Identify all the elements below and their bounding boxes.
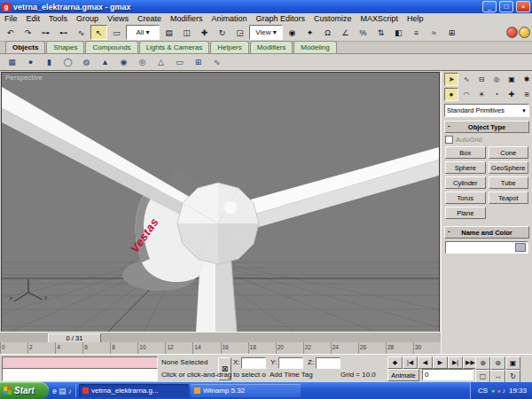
pan-button[interactable]: ↔: [490, 370, 505, 383]
create-tab-icon[interactable]: ➤: [444, 73, 458, 86]
primitives-dropdown[interactable]: Standard Primitives ▼: [444, 104, 529, 117]
geometry-category-icon[interactable]: ●: [444, 88, 458, 101]
select-and-rotate-icon[interactable]: ↻: [214, 25, 231, 40]
object-type-button[interactable]: Box: [445, 146, 486, 159]
selection-filter-dropdown[interactable]: All ▾: [126, 25, 160, 40]
menu-item[interactable]: Help: [403, 13, 428, 24]
start-button[interactable]: Start: [0, 382, 49, 399]
align-icon[interactable]: ≡: [408, 25, 425, 40]
menu-item[interactable]: Edit: [22, 13, 45, 24]
menu-item[interactable]: Animation: [207, 13, 251, 24]
hierarchy-tab-icon[interactable]: ⊟: [474, 73, 489, 86]
tab-helpers[interactable]: Helpers: [210, 41, 249, 53]
task-winamp[interactable]: Winamp 5.32: [191, 384, 301, 397]
select-and-link-icon[interactable]: ⊶: [37, 25, 54, 40]
schematic-view-icon[interactable]: ⊞: [443, 25, 460, 40]
menu-item[interactable]: Group: [72, 13, 103, 24]
box-tool-icon[interactable]: ▦: [4, 55, 20, 70]
tab-shapes[interactable]: Shapes: [46, 41, 84, 53]
add-time-tag[interactable]: Add Time Tag: [270, 371, 313, 379]
tab-objects[interactable]: Objects: [5, 41, 45, 53]
curve-editor-icon[interactable]: ≈: [426, 25, 442, 40]
spline-tool-icon[interactable]: ∿: [208, 55, 225, 70]
select-object-icon[interactable]: ↖: [90, 25, 107, 40]
modify-tab-icon[interactable]: ∿: [459, 73, 473, 86]
select-and-manipulate-icon[interactable]: ✦: [301, 25, 318, 40]
perspective-viewport[interactable]: Perspective: [2, 73, 439, 332]
chevron-down-icon[interactable]: ▼: [521, 108, 527, 113]
track-bar[interactable]: 024681012141618202224262830: [0, 342, 441, 355]
tab-modifiers[interactable]: Modifiers: [250, 41, 293, 53]
internet-explorer-icon[interactable]: e: [52, 387, 57, 395]
object-type-button[interactable]: Torus: [445, 192, 486, 204]
cone-tool-icon[interactable]: ▲: [97, 55, 113, 70]
render-sphere-yellow-icon[interactable]: [519, 27, 530, 38]
tab-modeling[interactable]: Modeling: [293, 41, 336, 53]
media-player-icon[interactable]: ♪: [68, 387, 73, 395]
object-type-button[interactable]: Sphere: [445, 161, 486, 174]
next-frame-button[interactable]: ▶|: [448, 356, 463, 369]
object-type-button[interactable]: Tube: [489, 176, 529, 189]
helpers-category-icon[interactable]: ✚: [505, 88, 519, 101]
play-animation-button[interactable]: ▶: [433, 356, 448, 369]
menu-item[interactable]: Customize: [309, 13, 356, 24]
torus-tool-icon[interactable]: ◯: [59, 55, 76, 70]
rollout-collapse-icon[interactable]: -: [448, 227, 450, 235]
cameras-category-icon[interactable]: ◔: [489, 88, 504, 101]
arc-rotate-button[interactable]: ↻: [505, 370, 520, 383]
task-gmax[interactable]: vetrna_elektrarna.g...: [79, 384, 189, 397]
mirror-icon[interactable]: ◧: [390, 25, 407, 40]
percent-snap-icon[interactable]: %: [355, 25, 372, 40]
select-and-move-icon[interactable]: ✚: [196, 25, 213, 40]
menu-item[interactable]: Views: [103, 13, 133, 24]
object-color-swatch[interactable]: [515, 243, 526, 252]
quad-patch-tool-icon[interactable]: ⊞: [190, 55, 207, 70]
minimize-button[interactable]: _: [482, 1, 497, 12]
menu-item[interactable]: Graph Editors: [251, 13, 309, 24]
angle-snap-icon[interactable]: ∠: [337, 25, 354, 40]
menu-item[interactable]: MAXScript: [356, 13, 403, 24]
object-type-button[interactable]: Cone: [489, 146, 529, 159]
reference-coordinate-dropdown[interactable]: View ▾: [249, 25, 283, 40]
window-crossing-toggle-icon[interactable]: ◫: [178, 25, 195, 40]
key-mode-toggle-button[interactable]: ◆: [387, 356, 403, 369]
lights-category-icon[interactable]: ☀: [474, 88, 489, 101]
undo-icon[interactable]: ↶: [2, 25, 19, 40]
render-sphere-red-icon[interactable]: [506, 27, 518, 38]
plane-tool-icon[interactable]: ▭: [171, 55, 188, 70]
close-button[interactable]: ×: [516, 1, 530, 12]
unlink-selection-icon[interactable]: ⊷: [55, 25, 72, 40]
bind-to-space-warp-icon[interactable]: ∿: [73, 25, 90, 40]
redo-icon[interactable]: ↷: [20, 25, 36, 40]
zoom-all-button[interactable]: ⊛: [490, 356, 505, 370]
maximize-button[interactable]: □: [499, 1, 513, 12]
language-indicator[interactable]: CS: [478, 387, 488, 395]
object-type-button[interactable]: Teapot: [489, 192, 529, 204]
tab-lights-cameras[interactable]: Lights & Cameras: [139, 41, 210, 53]
sphere-tool-icon[interactable]: ●: [22, 55, 39, 70]
current-frame-field[interactable]: 0: [422, 369, 473, 380]
snap-toggle-icon[interactable]: Ω: [319, 25, 336, 40]
shapes-category-icon[interactable]: ◠: [459, 88, 473, 101]
tube-tool-icon[interactable]: ◎: [134, 55, 151, 70]
object-type-rollout-header[interactable]: - Object Type: [444, 121, 529, 133]
tray-volume-icon[interactable]: ♪: [502, 387, 505, 394]
zoom-extents-all-button[interactable]: ▢: [475, 370, 490, 383]
motion-tab-icon[interactable]: ◎: [489, 73, 504, 86]
rollout-collapse-icon[interactable]: -: [448, 121, 450, 129]
object-name-field[interactable]: [445, 241, 528, 254]
object-type-button[interactable]: GeoSphere: [489, 161, 529, 174]
spacewarps-category-icon[interactable]: ≋: [520, 88, 532, 101]
viewport-label[interactable]: Perspective: [5, 74, 43, 82]
rectangular-selection-region-icon[interactable]: ▭: [108, 25, 125, 40]
menu-item[interactable]: Create: [133, 13, 166, 24]
animate-button[interactable]: Animate: [387, 369, 419, 381]
menu-item[interactable]: Tools: [44, 13, 72, 24]
tray-status-icon-green[interactable]: ●: [491, 387, 495, 394]
maxscript-mini-listener[interactable]: [2, 368, 158, 381]
utilities-tab-icon[interactable]: ✱: [520, 73, 532, 86]
teapot-tool-icon[interactable]: ◍: [78, 55, 95, 70]
z-coordinate-field[interactable]: [316, 357, 340, 369]
cylinder-tool-icon[interactable]: ▮: [41, 55, 58, 70]
menu-item[interactable]: Modifiers: [166, 13, 207, 24]
